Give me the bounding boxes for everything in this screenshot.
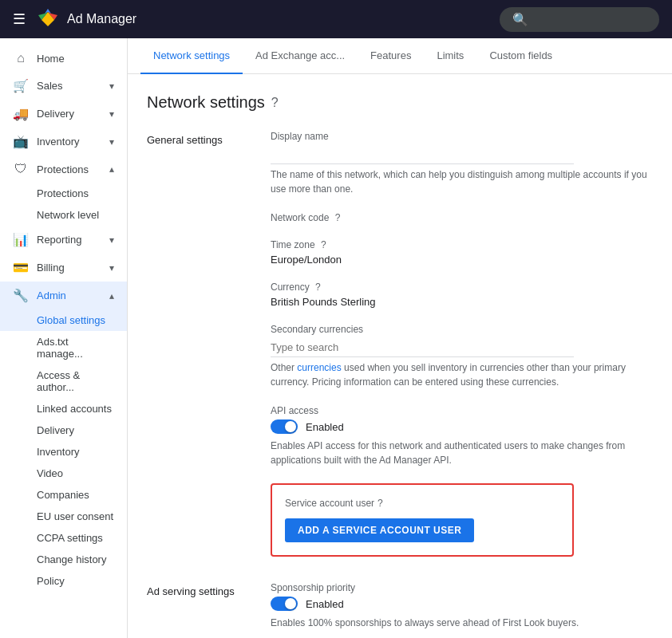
sidebar-sub-label: Companies xyxy=(37,489,89,501)
sidebar-sub-label: Network level xyxy=(37,209,99,221)
chevron-down-icon: ▾ xyxy=(109,108,114,120)
sidebar-sub-label: Inventory xyxy=(37,446,79,458)
sponsorship-toggle[interactable] xyxy=(271,597,298,611)
tab-ad-exchange[interactable]: Ad Exchange acc... xyxy=(243,38,358,74)
sidebar-sub-item-ccpa[interactable]: CCPA settings xyxy=(0,527,127,549)
sidebar-sub-item-linked-accounts[interactable]: Linked accounts xyxy=(0,398,127,419)
api-enabled-label: Enabled xyxy=(306,421,344,433)
sidebar-item-reporting[interactable]: 📊 Reporting ▾ xyxy=(0,226,127,254)
chevron-down-icon: ▾ xyxy=(109,262,114,274)
tab-limits[interactable]: Limits xyxy=(424,38,476,74)
chevron-up-icon: ▴ xyxy=(109,163,114,175)
sidebar-sub-label: CCPA settings xyxy=(37,532,103,544)
sidebar-sub-label: Ads.txt manage... xyxy=(37,336,114,360)
sponsorship-field: Sponsorship priority Enabled Enables 100… xyxy=(271,582,653,630)
sidebar-sub-label: Protections xyxy=(37,187,89,199)
secondary-currencies-input[interactable] xyxy=(271,338,574,357)
secondary-currencies-field: Secondary currencies Other currencies us… xyxy=(271,324,653,389)
tabs-bar: Network settings Ad Exchange acc... Feat… xyxy=(128,38,672,74)
sidebar-sub-label: Change history xyxy=(37,553,106,565)
sidebar: ⌂ Home 🛒 Sales ▾ 🚚 Delivery ▾ 📺 Inventor… xyxy=(0,38,128,638)
tab-features[interactable]: Features xyxy=(358,38,424,74)
topbar: ☰ Ad Manager 🔍 xyxy=(0,0,672,38)
sidebar-sub-item-ads-txt[interactable]: Ads.txt manage... xyxy=(0,331,127,364)
sidebar-sub-item-global-settings[interactable]: Global settings xyxy=(0,309,127,331)
network-code-help-icon[interactable]: ? xyxy=(335,212,341,223)
sidebar-sub-item-companies[interactable]: Companies xyxy=(0,484,127,506)
sponsorship-enabled-label: Enabled xyxy=(306,598,344,610)
sidebar-sub-item-delivery[interactable]: Delivery xyxy=(0,419,127,441)
main-layout: ⌂ Home 🛒 Sales ▾ 🚚 Delivery ▾ 📺 Inventor… xyxy=(0,38,672,638)
currency-value: British Pounds Sterling xyxy=(271,296,653,308)
currencies-desc: Other currencies used when you sell inve… xyxy=(271,360,653,389)
section-label-general: General settings xyxy=(147,131,271,557)
sidebar-item-inventory[interactable]: 📺 Inventory ▾ xyxy=(0,128,127,156)
section-label-ad-serving: Ad serving settings xyxy=(147,582,271,638)
sponsorship-label: Sponsorship priority xyxy=(271,582,653,593)
sponsorship-desc: Enables 100% sponsorships to always serv… xyxy=(271,616,653,630)
page-title-row: Network settings ? xyxy=(147,93,653,112)
currency-field: Currency ? British Pounds Sterling xyxy=(271,282,653,308)
search-icon: 🔍 xyxy=(512,12,528,27)
sidebar-sub-item-inventory[interactable]: Inventory xyxy=(0,441,127,463)
chevron-down-icon: ▾ xyxy=(109,136,114,148)
sidebar-sub-item-change-history[interactable]: Change history xyxy=(0,549,127,570)
display-name-field: Display name The name of this network, w… xyxy=(271,131,653,196)
sales-icon: 🛒 xyxy=(13,78,29,93)
service-account-help-icon[interactable]: ? xyxy=(378,498,383,509)
menu-icon[interactable]: ☰ xyxy=(13,10,26,28)
search-bar[interactable]: 🔍 xyxy=(500,7,659,32)
sidebar-item-admin[interactable]: 🔧 Admin ▴ xyxy=(0,282,127,309)
network-code-label: Network code ? xyxy=(271,212,653,223)
currency-label: Currency ? xyxy=(271,282,653,293)
sidebar-sub-label: EU user consent xyxy=(37,510,113,522)
sidebar-sub-label: Global settings xyxy=(37,314,105,326)
display-name-input[interactable] xyxy=(271,145,574,164)
sidebar-sub-item-network-level[interactable]: Network level xyxy=(0,204,127,226)
ad-serving-settings-section: Ad serving settings Sponsorship priority… xyxy=(147,582,653,638)
sidebar-sub-item-video[interactable]: Video xyxy=(0,463,127,484)
timezone-value: Europe/London xyxy=(271,254,653,266)
page-title: Network settings xyxy=(147,93,265,112)
admin-icon: 🔧 xyxy=(13,288,29,303)
currencies-link[interactable]: currencies xyxy=(297,362,341,373)
sidebar-item-billing[interactable]: 💳 Billing ▾ xyxy=(0,254,127,282)
chevron-down-icon: ▾ xyxy=(109,81,114,92)
timezone-help-icon[interactable]: ? xyxy=(321,239,326,250)
sidebar-item-protections[interactable]: 🛡 Protections ▴ xyxy=(0,156,127,183)
sidebar-sub-item-protections[interactable]: Protections xyxy=(0,183,127,204)
api-access-field: API access Enabled Enables API access fo… xyxy=(271,405,653,467)
section-content-general: Display name The name of this network, w… xyxy=(271,131,653,557)
delivery-icon: 🚚 xyxy=(13,106,29,121)
display-name-desc: The name of this network, which can help… xyxy=(271,167,653,196)
page-content: Network settings ? General settings Disp… xyxy=(128,74,672,638)
tab-custom-fields[interactable]: Custom fields xyxy=(476,38,565,74)
sidebar-sub-item-policy[interactable]: Policy xyxy=(0,570,127,592)
add-service-account-button[interactable]: ADD A SERVICE ACCOUNT USER xyxy=(285,518,474,542)
display-name-label: Display name xyxy=(271,131,653,142)
api-access-label: API access xyxy=(271,405,653,416)
logo: Ad Manager xyxy=(35,6,136,32)
general-settings-section: General settings Display name The name o… xyxy=(147,131,653,557)
sidebar-item-sales[interactable]: 🛒 Sales ▾ xyxy=(0,72,127,100)
reporting-icon: 📊 xyxy=(13,232,29,247)
logo-icon xyxy=(35,6,61,32)
app-title: Ad Manager xyxy=(67,12,136,26)
sidebar-item-delivery[interactable]: 🚚 Delivery ▾ xyxy=(0,100,127,128)
sidebar-sub-label: Delivery xyxy=(37,424,74,436)
sidebar-sub-item-access-author[interactable]: Access & author... xyxy=(0,364,127,398)
api-desc: Enables API access for this network and … xyxy=(271,439,653,467)
currency-help-icon[interactable]: ? xyxy=(315,282,321,293)
billing-icon: 💳 xyxy=(13,260,29,275)
network-code-field: Network code ? xyxy=(271,212,653,223)
sidebar-sub-label: Linked accounts xyxy=(37,403,112,415)
protections-icon: 🛡 xyxy=(13,162,29,176)
help-icon[interactable]: ? xyxy=(271,96,279,110)
timezone-label: Time zone ? xyxy=(271,239,653,250)
chevron-up-icon: ▴ xyxy=(109,290,114,301)
sidebar-item-home[interactable]: ⌂ Home xyxy=(0,45,127,72)
tab-network-settings[interactable]: Network settings xyxy=(140,38,243,74)
service-account-box: Service account user ? ADD A SERVICE ACC… xyxy=(271,483,574,557)
sidebar-sub-item-eu-user-consent[interactable]: EU user consent xyxy=(0,506,127,527)
api-access-toggle[interactable] xyxy=(271,419,298,434)
